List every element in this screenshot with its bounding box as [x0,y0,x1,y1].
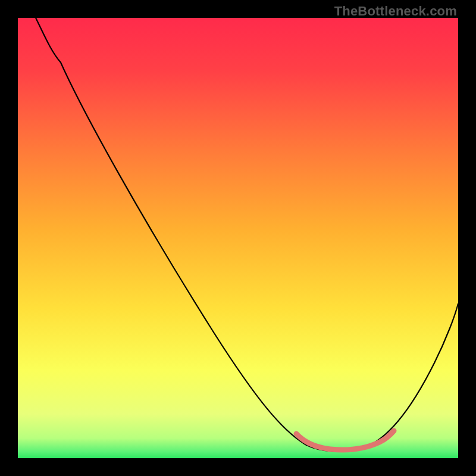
chart-frame [18,18,458,458]
watermark-text: TheBottleneck.com [334,4,457,19]
chart-svg [18,18,458,458]
gradient-background [18,18,458,458]
